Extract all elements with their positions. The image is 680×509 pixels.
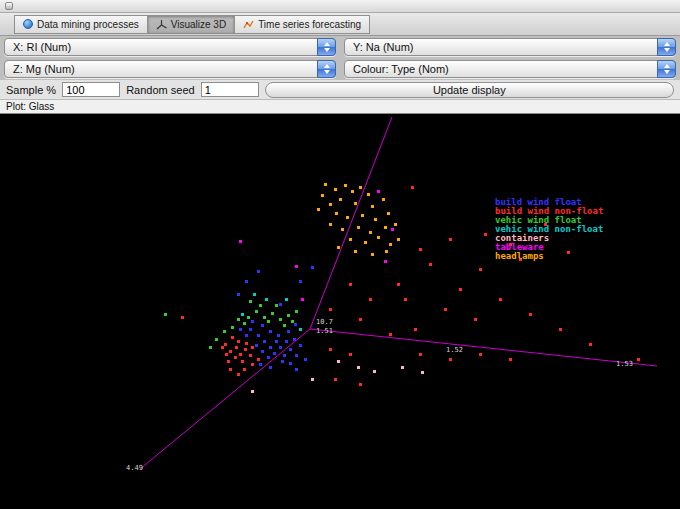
data-point	[449, 358, 452, 361]
data-point	[341, 228, 344, 231]
data-point	[324, 183, 327, 186]
data-point	[287, 314, 290, 317]
data-point	[209, 346, 212, 349]
data-point	[369, 298, 372, 301]
data-point	[249, 328, 252, 331]
data-point	[401, 366, 404, 369]
data-point	[281, 360, 284, 363]
z-axis-select[interactable]: Z: Mg (Num)	[4, 60, 336, 78]
data-point	[231, 326, 234, 329]
data-point	[295, 354, 298, 357]
axis-value-label: 1.52	[446, 346, 463, 354]
x-axis-select-value: X: RI (Num)	[13, 41, 71, 53]
data-point	[637, 358, 640, 361]
data-point	[223, 330, 226, 333]
data-point	[221, 346, 224, 349]
data-point	[243, 368, 246, 371]
axis-selector-row-2: Z: Mg (Num) Colour: Type (Nom)	[0, 58, 680, 80]
y-axis-select[interactable]: Y: Na (Num)	[344, 38, 676, 56]
z-axis-select-value: Z: Mg (Num)	[13, 63, 75, 75]
data-point	[267, 320, 270, 323]
data-point	[589, 343, 592, 346]
legend-item[interactable]: headlamps	[495, 251, 544, 261]
data-point	[335, 212, 338, 215]
data-point	[371, 253, 374, 256]
data-point	[255, 344, 258, 347]
data-point	[295, 368, 298, 371]
plot-canvas[interactable]: 10.71.511.521.534.49build wind floatbuil…	[0, 114, 680, 509]
data-point	[414, 328, 417, 331]
tab-bar: Data mining processes Visualize 3D Time …	[0, 13, 680, 36]
data-point	[459, 288, 462, 291]
data-point	[293, 338, 296, 341]
axis-value-label: 10.7	[316, 318, 333, 326]
data-point	[279, 346, 282, 349]
data-point	[421, 371, 424, 374]
dropdown-arrows-icon	[657, 60, 676, 78]
data-point	[299, 344, 302, 347]
globe-icon	[23, 19, 33, 29]
data-point	[397, 283, 400, 286]
data-point	[389, 333, 392, 336]
colour-select[interactable]: Colour: Type (Nom)	[344, 60, 676, 78]
x-axis-select[interactable]: X: RI (Num)	[4, 38, 336, 56]
data-point	[289, 362, 292, 365]
dropdown-arrows-icon	[317, 38, 336, 56]
data-point	[299, 280, 302, 283]
data-point	[499, 298, 502, 301]
data-point	[227, 360, 230, 363]
data-point	[285, 340, 288, 343]
data-point	[237, 373, 240, 376]
random-seed-input[interactable]	[201, 82, 259, 97]
data-point	[321, 194, 324, 197]
data-point	[239, 240, 242, 243]
axes-3d-icon	[156, 19, 167, 30]
data-point	[251, 390, 254, 393]
data-point	[229, 350, 232, 353]
data-point	[265, 298, 268, 301]
data-point	[259, 304, 262, 307]
data-point	[231, 336, 234, 339]
data-point	[394, 223, 397, 226]
data-point	[251, 346, 254, 349]
data-point	[239, 328, 242, 331]
data-point	[283, 324, 286, 327]
update-display-button[interactable]: Update display	[265, 82, 674, 98]
tab-label: Data mining processes	[37, 19, 139, 30]
data-point	[384, 226, 387, 229]
data-point	[249, 300, 252, 303]
data-point	[329, 223, 332, 226]
dropdown-arrows-icon	[317, 60, 336, 78]
data-point	[269, 366, 272, 369]
tab-visualize-3d[interactable]: Visualize 3D	[147, 15, 234, 34]
data-point	[474, 318, 477, 321]
data-point	[411, 186, 414, 189]
data-point	[215, 338, 218, 341]
data-point	[289, 348, 292, 351]
data-point	[294, 323, 297, 326]
data-point	[344, 184, 347, 187]
axis-value-label: 4.49	[126, 464, 143, 472]
data-point	[357, 226, 360, 229]
tab-data-mining-processes[interactable]: Data mining processes	[14, 15, 147, 34]
data-point	[275, 340, 278, 343]
data-point	[244, 348, 247, 351]
data-point	[287, 330, 290, 333]
sample-percent-input[interactable]	[62, 82, 120, 97]
data-point	[377, 236, 380, 239]
data-point	[279, 303, 282, 306]
data-point	[334, 188, 337, 191]
data-point	[235, 346, 238, 349]
data-point	[359, 186, 362, 189]
data-point	[225, 353, 228, 356]
data-point	[509, 358, 512, 361]
data-point	[241, 313, 244, 316]
data-point	[385, 250, 388, 253]
data-point	[382, 198, 385, 201]
data-point	[371, 205, 374, 208]
data-point	[277, 334, 280, 337]
data-point	[479, 268, 482, 271]
data-point	[251, 320, 254, 323]
tab-time-series-forecasting[interactable]: Time series forecasting	[234, 15, 370, 34]
data-point	[263, 316, 266, 319]
